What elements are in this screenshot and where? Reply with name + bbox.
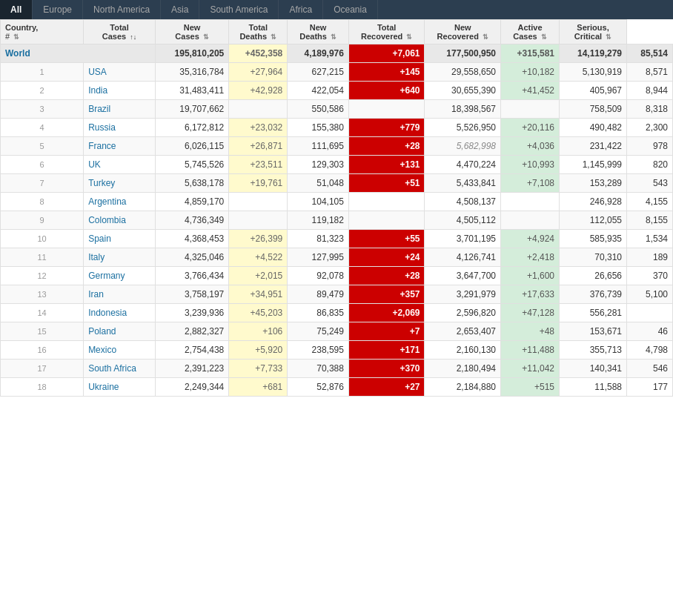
active-cases: 153,289	[560, 174, 627, 193]
new-recovered: +17,633	[501, 285, 560, 304]
col-active-cases[interactable]: ActiveCases ⇅	[501, 20, 560, 44]
col-new-cases[interactable]: NewCases ⇅	[155, 20, 228, 44]
new-cases: +23,032	[229, 119, 288, 137]
covid-table: Country,# ⇅ TotalCases ↑↓ NewCases ⇅ Tot…	[0, 19, 673, 397]
col-total-cases[interactable]: TotalCases ↑↓	[84, 20, 156, 44]
world-serious: 85,514	[627, 44, 673, 63]
new-cases: +26,399	[229, 230, 288, 248]
row-number: 14	[1, 304, 84, 322]
serious: 546	[627, 360, 673, 378]
col-total-deaths[interactable]: TotalDeaths ⇅	[229, 20, 288, 44]
col-total-recovered[interactable]: TotalRecovered ⇅	[348, 20, 425, 44]
sort-icon-new-deaths: ⇅	[331, 33, 336, 41]
new-cases: +2,015	[229, 267, 288, 285]
row-number: 12	[1, 267, 84, 285]
new-deaths: +171	[348, 341, 425, 360]
new-deaths: +131	[348, 156, 425, 174]
new-cases: +34,951	[229, 285, 288, 304]
sort-icon-new-recovered: ⇅	[483, 33, 488, 41]
table-row: 2 India 31,483,411 +42,928 422,054 +640 …	[1, 82, 673, 100]
active-cases: 1,145,999	[560, 156, 627, 174]
country-name[interactable]: Colombia	[84, 211, 156, 230]
new-recovered: +11,042	[501, 360, 560, 378]
col-new-deaths[interactable]: NewDeaths ⇅	[288, 20, 349, 44]
country-name[interactable]: Germany	[84, 267, 156, 285]
country-name[interactable]: India	[84, 82, 156, 100]
world-new-recovered: +315,581	[501, 44, 560, 63]
new-recovered	[501, 211, 560, 230]
new-deaths: +7	[348, 322, 425, 341]
serious: 4,155	[627, 193, 673, 211]
country-name[interactable]: UK	[84, 156, 156, 174]
total-recovered: 2,160,130	[425, 341, 501, 360]
col-new-recovered[interactable]: NewRecovered ⇅	[425, 20, 501, 44]
tab-north-america[interactable]: North America	[83, 0, 161, 19]
new-deaths	[348, 100, 425, 119]
total-recovered: 3,291,979	[425, 285, 501, 304]
total-deaths: 127,995	[288, 248, 349, 267]
country-name[interactable]: Brazil	[84, 100, 156, 119]
total-recovered: 2,596,820	[425, 304, 501, 322]
row-number: 16	[1, 341, 84, 360]
total-cases: 2,882,327	[155, 322, 228, 341]
total-deaths: 51,048	[288, 174, 349, 193]
table-row: 18 Ukraine 2,249,344 +681 52,876 +27 2,1…	[1, 378, 673, 397]
table-row: 10 Spain 4,368,453 +26,399 81,323 +55 3,…	[1, 230, 673, 248]
tab-europe[interactable]: Europe	[33, 0, 83, 19]
country-name[interactable]: Italy	[84, 248, 156, 267]
new-cases: +5,920	[229, 341, 288, 360]
table-row: 14 Indonesia 3,239,936 +45,203 86,835 +2…	[1, 304, 673, 322]
new-recovered: +20,116	[501, 119, 560, 137]
active-cases: 11,588	[560, 378, 627, 397]
new-deaths: +27	[348, 378, 425, 397]
tab-africa[interactable]: Africa	[279, 0, 323, 19]
row-number: 6	[1, 156, 84, 174]
total-deaths: 155,380	[288, 119, 349, 137]
country-name[interactable]: Turkey	[84, 174, 156, 193]
row-number: 1	[1, 63, 84, 82]
country-name[interactable]: Indonesia	[84, 304, 156, 322]
country-name[interactable]: Iran	[84, 285, 156, 304]
tab-oceania[interactable]: Oceania	[323, 0, 378, 19]
country-name[interactable]: Mexico	[84, 341, 156, 360]
serious: 46	[627, 322, 673, 341]
table-row: 7 Turkey 5,638,178 +19,761 51,048 +51 5,…	[1, 174, 673, 193]
country-name[interactable]: South Africa	[84, 360, 156, 378]
total-cases: 3,239,936	[155, 304, 228, 322]
sort-icon-new-cases: ⇅	[203, 33, 209, 41]
country-name[interactable]: Spain	[84, 230, 156, 248]
country-name[interactable]: Russia	[84, 119, 156, 137]
total-cases: 5,745,526	[155, 156, 228, 174]
new-recovered	[501, 193, 560, 211]
country-name[interactable]: Ukraine	[84, 378, 156, 397]
active-cases: 585,935	[560, 230, 627, 248]
tab-all[interactable]: All	[0, 0, 33, 19]
active-cases: 112,055	[560, 211, 627, 230]
new-deaths: +24	[348, 248, 425, 267]
col-num[interactable]: Country,# ⇅	[1, 20, 84, 44]
row-number: 7	[1, 174, 84, 193]
serious: 189	[627, 248, 673, 267]
serious: 5,100	[627, 285, 673, 304]
row-number: 10	[1, 230, 84, 248]
tab-asia[interactable]: Asia	[161, 0, 199, 19]
serious: 2,300	[627, 119, 673, 137]
total-recovered: 29,558,650	[425, 63, 501, 82]
country-name[interactable]: Poland	[84, 322, 156, 341]
total-deaths: 104,105	[288, 193, 349, 211]
new-cases: +19,761	[229, 174, 288, 193]
total-recovered: 4,505,112	[425, 211, 501, 230]
country-name[interactable]: Argentina	[84, 193, 156, 211]
tab-south-america[interactable]: South America	[199, 0, 279, 19]
country-name[interactable]: France	[84, 137, 156, 156]
row-number: 17	[1, 360, 84, 378]
world-row: World 195,810,205 +452,358 4,189,976 +7,…	[1, 44, 673, 63]
new-deaths: +370	[348, 360, 425, 378]
row-number: 5	[1, 137, 84, 156]
serious: 1,534	[627, 230, 673, 248]
country-name[interactable]: USA	[84, 63, 156, 82]
total-cases: 3,758,197	[155, 285, 228, 304]
total-deaths: 86,835	[288, 304, 349, 322]
new-cases: +26,871	[229, 137, 288, 156]
col-serious[interactable]: Serious,Critical ⇅	[560, 20, 627, 44]
